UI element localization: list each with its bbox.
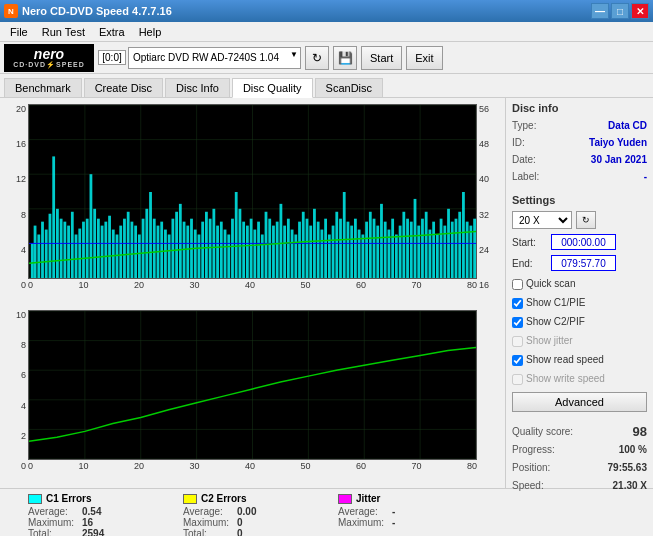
save-button[interactable]: 💾 bbox=[333, 46, 357, 70]
svg-rect-26 bbox=[71, 212, 74, 278]
svg-rect-68 bbox=[227, 235, 230, 278]
progress-label: Progress: bbox=[512, 442, 555, 457]
svg-rect-120 bbox=[421, 219, 424, 278]
end-time-input[interactable] bbox=[551, 255, 616, 271]
svg-rect-119 bbox=[417, 226, 420, 278]
menu-extra[interactable]: Extra bbox=[93, 24, 131, 40]
show-read-speed-checkbox[interactable] bbox=[512, 355, 523, 366]
svg-rect-55 bbox=[179, 204, 182, 278]
speed-setting-row: 20 X ↻ bbox=[512, 211, 647, 229]
close-window-button[interactable]: ✕ bbox=[631, 3, 649, 19]
c1-total-row: Total: 2594 bbox=[28, 528, 183, 536]
drive-dropdown[interactable]: Optiarc DVD RW AD-7240S 1.04 bbox=[128, 47, 301, 69]
svg-rect-113 bbox=[395, 235, 398, 278]
tab-disc-quality[interactable]: Disc Quality bbox=[232, 78, 313, 98]
show-write-speed-checkbox[interactable] bbox=[512, 374, 523, 385]
svg-rect-38 bbox=[116, 235, 119, 278]
jitter-average-row: Average: - bbox=[338, 506, 493, 517]
c2-total-value: 0 bbox=[237, 528, 243, 536]
svg-rect-116 bbox=[406, 219, 409, 278]
disc-id-row: ID: Taiyo Yuden bbox=[512, 136, 647, 150]
legend-area: C1 Errors Average: 0.54 Maximum: 16 Tota… bbox=[0, 488, 653, 536]
c1-total-label: Total: bbox=[28, 528, 78, 536]
svg-rect-48 bbox=[153, 219, 156, 278]
show-c1pie-checkbox[interactable] bbox=[512, 298, 523, 309]
start-time-row: Start: bbox=[512, 234, 647, 250]
position-row: Position: 79:55.63 bbox=[512, 460, 647, 475]
exit-button[interactable]: Exit bbox=[406, 46, 442, 70]
jitter-legend-header: Jitter bbox=[338, 493, 493, 504]
position-label: Position: bbox=[512, 460, 550, 475]
title-bar: N Nero CD-DVD Speed 4.7.7.16 — □ ✕ bbox=[0, 0, 653, 22]
start-button[interactable]: Start bbox=[361, 46, 402, 70]
svg-rect-89 bbox=[306, 219, 309, 278]
tab-benchmark[interactable]: Benchmark bbox=[4, 78, 82, 97]
progress-row: Progress: 100 % bbox=[512, 442, 647, 457]
disc-label-label: Label: bbox=[512, 170, 539, 184]
toolbar: nero CD·DVD⚡SPEED [0:0] Optiarc DVD RW A… bbox=[0, 42, 653, 74]
svg-rect-106 bbox=[369, 212, 372, 278]
start-time-input[interactable] bbox=[551, 234, 616, 250]
quality-score-value: 98 bbox=[633, 424, 647, 439]
main-content: 20 16 12 8 4 0 bbox=[0, 98, 653, 488]
end-time-row: End: bbox=[512, 255, 647, 271]
minimize-button[interactable]: — bbox=[591, 3, 609, 19]
svg-rect-35 bbox=[104, 222, 107, 278]
svg-rect-85 bbox=[291, 230, 294, 278]
show-jitter-checkbox[interactable] bbox=[512, 336, 523, 347]
advanced-button[interactable]: Advanced bbox=[512, 392, 647, 412]
settings-refresh-btn[interactable]: ↻ bbox=[576, 211, 596, 229]
tab-disc-info[interactable]: Disc Info bbox=[165, 78, 230, 97]
refresh-button[interactable]: ↻ bbox=[305, 46, 329, 70]
show-write-speed-label: Show write speed bbox=[526, 371, 605, 387]
svg-rect-132 bbox=[466, 222, 469, 278]
svg-rect-39 bbox=[119, 226, 122, 278]
start-label: Start: bbox=[512, 237, 547, 248]
svg-rect-129 bbox=[455, 219, 458, 278]
top-chart bbox=[28, 104, 477, 279]
svg-rect-88 bbox=[302, 212, 305, 278]
menu-bar: File Run Test Extra Help bbox=[0, 22, 653, 42]
bottom-chart-wrapper: 10 8 6 4 2 0 bbox=[28, 310, 477, 471]
svg-rect-19 bbox=[45, 230, 48, 278]
speed-row: Speed: 21.30 X bbox=[512, 478, 647, 493]
c2-total-label: Total: bbox=[183, 528, 233, 536]
svg-rect-105 bbox=[365, 222, 368, 278]
show-c2pif-row: Show C2/PIF bbox=[512, 314, 647, 330]
c1-total-value: 2594 bbox=[82, 528, 104, 536]
position-value: 79:55.63 bbox=[608, 460, 647, 475]
disc-label-row: Label: - bbox=[512, 170, 647, 184]
svg-rect-73 bbox=[246, 226, 249, 278]
svg-rect-17 bbox=[37, 235, 40, 278]
quality-score-row: Quality score: 98 bbox=[512, 424, 647, 439]
svg-rect-98 bbox=[339, 219, 342, 278]
menu-file[interactable]: File bbox=[4, 24, 34, 40]
svg-rect-31 bbox=[90, 174, 93, 278]
svg-rect-25 bbox=[67, 226, 70, 278]
svg-rect-115 bbox=[402, 212, 405, 278]
c1-color-swatch bbox=[28, 494, 42, 504]
svg-rect-100 bbox=[347, 222, 350, 278]
svg-rect-97 bbox=[335, 212, 338, 278]
svg-rect-82 bbox=[280, 204, 283, 278]
maximize-button[interactable]: □ bbox=[611, 3, 629, 19]
jitter-avg-value: - bbox=[392, 506, 395, 517]
show-c1pie-row: Show C1/PIE bbox=[512, 295, 647, 311]
svg-rect-104 bbox=[361, 235, 364, 278]
show-read-speed-label: Show read speed bbox=[526, 352, 604, 368]
svg-rect-103 bbox=[358, 230, 361, 278]
menu-help[interactable]: Help bbox=[133, 24, 168, 40]
menu-run-test[interactable]: Run Test bbox=[36, 24, 91, 40]
svg-rect-51 bbox=[164, 230, 167, 278]
tab-create-disc[interactable]: Create Disc bbox=[84, 78, 163, 97]
speed-dropdown[interactable]: 20 X bbox=[512, 211, 572, 229]
svg-rect-128 bbox=[451, 222, 454, 278]
quick-scan-checkbox[interactable] bbox=[512, 279, 523, 290]
app-title: Nero CD-DVD Speed 4.7.7.16 bbox=[22, 5, 172, 17]
svg-rect-47 bbox=[149, 192, 152, 278]
c2-legend-label: C2 Errors bbox=[201, 493, 247, 504]
svg-rect-96 bbox=[332, 226, 335, 278]
tab-scan-disc[interactable]: ScanDisc bbox=[315, 78, 383, 97]
show-c2pif-checkbox[interactable] bbox=[512, 317, 523, 328]
svg-rect-118 bbox=[414, 199, 417, 278]
